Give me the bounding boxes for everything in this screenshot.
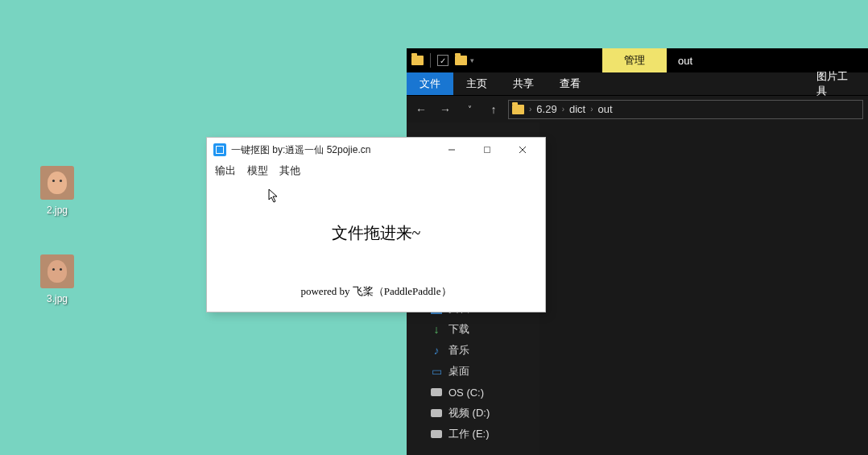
nav-history-dropdown[interactable]: ˅ — [460, 100, 479, 119]
matting-app-window: 一键抠图 by:逍遥一仙 52pojie.cn 输出 模型 其他 文件拖进来~ … — [206, 137, 546, 312]
sidebar-item-drive-c[interactable]: OS (C:) — [407, 382, 539, 403]
face-thumb — [48, 260, 67, 283]
sidebar-item-label: 下载 — [448, 322, 469, 337]
qat-properties-icon[interactable]: ✓ — [437, 55, 448, 66]
app-menubar: 输出 模型 其他 — [207, 162, 545, 181]
drive-icon — [431, 430, 442, 438]
sidebar-item-label: 工作 (E:) — [448, 427, 490, 441]
chevron-right-icon: › — [529, 105, 531, 114]
drop-area[interactable]: 文件拖进来~ — [207, 181, 545, 284]
file-label: 2.jpg — [47, 205, 68, 216]
thumbnail — [40, 166, 74, 200]
desktop-file-3jpg[interactable]: 3.jpg — [29, 254, 85, 304]
chevron-right-icon: › — [562, 105, 564, 114]
address-bar[interactable]: › 6.29 › dict › out — [508, 100, 863, 119]
thumbnail — [40, 254, 74, 288]
app-title: 一键抠图 by:逍遥一仙 52pojie.cn — [231, 143, 370, 157]
file-label: 3.jpg — [47, 293, 68, 304]
nav-up-button[interactable]: ↑ — [484, 100, 503, 119]
contextual-tab-manage[interactable]: 管理 — [602, 48, 667, 72]
menu-model[interactable]: 模型 — [247, 163, 268, 178]
sidebar-item-label: 音乐 — [448, 343, 469, 358]
sidebar-item-music[interactable]: ♪ 音乐 — [407, 340, 539, 361]
svg-rect-1 — [485, 147, 490, 153]
sidebar-item-drive-e[interactable]: 工作 (E:) — [407, 424, 539, 445]
tab-share[interactable]: 共享 — [500, 72, 547, 95]
face-thumb — [48, 172, 67, 194]
sidebar-item-drive-d[interactable]: 视频 (D:) — [407, 403, 539, 424]
folder-icon — [512, 105, 524, 114]
downloads-icon: ↓ — [431, 324, 442, 335]
separator — [430, 53, 431, 68]
qat-customize-icon[interactable]: ▾ — [470, 56, 474, 64]
drive-icon — [431, 388, 442, 396]
explorer-content-pane[interactable] — [539, 122, 868, 455]
tab-picture-tools[interactable]: 图片工具 — [804, 72, 868, 95]
sidebar-item-downloads[interactable]: ↓ 下载 — [407, 319, 539, 340]
qat: ✓ ▾ — [407, 48, 474, 72]
qat-newfolder-icon[interactable] — [455, 56, 467, 65]
tab-home[interactable]: 主页 — [453, 72, 500, 95]
chevron-right-icon: › — [590, 105, 593, 114]
music-icon: ♪ — [431, 345, 442, 356]
app-footer: powered by 飞桨（PaddlePaddle） — [207, 284, 545, 307]
manage-label: 管理 — [624, 53, 645, 68]
desktop-icon: ▭ — [431, 366, 442, 377]
tab-view[interactable]: 查看 — [547, 72, 593, 95]
nav-toolbar: ← → ˅ ↑ › 6.29 › dict › out — [407, 95, 868, 122]
desktop-file-2jpg[interactable]: 2.jpg — [29, 166, 85, 216]
ribbon-tabs: 文件 主页 共享 查看 图片工具 — [407, 72, 868, 95]
sidebar-item-label: 桌面 — [448, 364, 469, 378]
breadcrumb-segment[interactable]: dict — [569, 103, 585, 115]
breadcrumb-segment[interactable]: out — [598, 103, 613, 115]
menu-other[interactable]: 其他 — [279, 163, 300, 178]
sidebar-item-label: OS (C:) — [448, 387, 484, 399]
sidebar-item-desktop[interactable]: ▭ 桌面 — [407, 361, 539, 382]
menu-output[interactable]: 输出 — [215, 163, 236, 178]
explorer-titlebar: ✓ ▾ 管理 out — [407, 48, 868, 72]
window-controls — [434, 138, 540, 162]
app-icon — [213, 143, 226, 156]
close-button[interactable] — [505, 138, 540, 162]
sidebar-item-label: 视频 (D:) — [448, 406, 490, 420]
drop-hint: 文件拖进来~ — [332, 222, 421, 244]
tab-file[interactable]: 文件 — [407, 72, 453, 95]
nav-back-button[interactable]: ← — [411, 100, 431, 119]
folder-icon — [411, 56, 424, 65]
nav-forward-button[interactable]: → — [436, 100, 455, 119]
drive-icon — [431, 409, 442, 417]
maximize-button[interactable] — [469, 138, 505, 162]
app-titlebar: 一键抠图 by:逍遥一仙 52pojie.cn — [207, 138, 545, 162]
breadcrumb-segment[interactable]: 6.29 — [536, 103, 556, 115]
minimize-button[interactable] — [434, 138, 469, 162]
